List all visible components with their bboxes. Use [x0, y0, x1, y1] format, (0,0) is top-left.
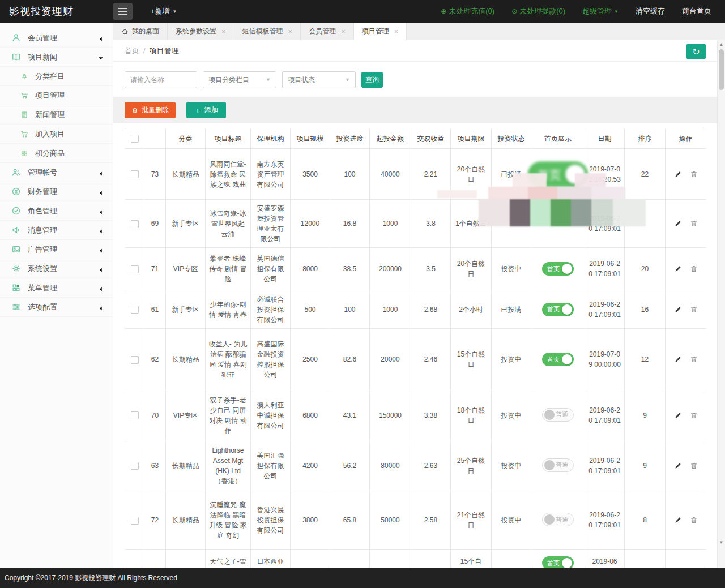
trash-icon	[690, 306, 698, 314]
min-invest-cell: 50000	[370, 491, 411, 550]
sidebar-item-加入项目[interactable]: 加入项目	[0, 125, 113, 144]
delete-button[interactable]	[690, 220, 698, 228]
edit-button[interactable]	[674, 170, 682, 178]
edit-button[interactable]	[674, 220, 682, 228]
row-checkbox[interactable]	[131, 462, 139, 470]
pending-withdraw-link[interactable]: ⊙ 未处理提款(0)	[511, 6, 565, 16]
status-select[interactable]: 项目状态 ▼	[282, 71, 356, 88]
search-button[interactable]: 查询	[361, 72, 383, 88]
sidebar-item-项目管理[interactable]: 项目管理	[0, 86, 113, 105]
home-display-cell: 普通	[531, 440, 585, 491]
edit-button[interactable]	[674, 355, 682, 363]
delete-button[interactable]	[690, 355, 698, 363]
add-button[interactable]: + 添加	[186, 102, 226, 118]
new-dropdown[interactable]: +新增 ▼	[151, 6, 177, 16]
scale-cell: 500	[291, 290, 330, 329]
row-checkbox[interactable]	[131, 170, 139, 178]
category-cell	[166, 550, 206, 568]
home-toggle[interactable]: 普通	[542, 458, 574, 472]
home-toggle[interactable]: 首页	[542, 262, 574, 276]
scale-cell: 3800	[291, 491, 330, 550]
close-icon[interactable]: ×	[221, 28, 226, 35]
sidebar-item-系统设置[interactable]: 系统设置	[0, 259, 113, 278]
name-input[interactable]	[125, 71, 197, 88]
scrollbar-thumb[interactable]	[719, 49, 724, 90]
row-id: 61	[144, 290, 166, 329]
row-checkbox[interactable]	[131, 411, 139, 419]
ops-cell	[666, 248, 706, 290]
clear-cache-link[interactable]: 清空缓存	[636, 6, 665, 16]
edit-button[interactable]	[674, 265, 682, 273]
delete-button[interactable]	[690, 170, 698, 178]
home-toggle[interactable]: 首页	[528, 161, 588, 187]
checkbox-cell	[125, 149, 144, 200]
chevron-left-icon	[98, 228, 104, 233]
tab-系统参数设置[interactable]: 系统参数设置×	[168, 23, 234, 40]
delete-button[interactable]	[690, 462, 698, 470]
tab-我的桌面[interactable]: 我的桌面	[113, 23, 168, 40]
sidebar-item-菜单管理[interactable]: 菜单管理	[0, 278, 113, 298]
row-checkbox[interactable]	[131, 306, 139, 314]
batch-delete-label: 批量删除	[142, 105, 169, 115]
breadcrumb-home[interactable]: 首页	[125, 46, 139, 56]
edit-button[interactable]	[674, 411, 682, 419]
date-cell: 2019-07-02 16:20:53	[585, 149, 625, 200]
row-checkbox[interactable]	[131, 265, 139, 273]
refresh-button[interactable]: ↻	[686, 44, 706, 59]
progress-cell: 65.8	[330, 491, 370, 550]
close-icon[interactable]: ×	[341, 28, 346, 35]
delete-button[interactable]	[690, 411, 698, 419]
sidebar-item-分类栏目[interactable]: 分类栏目	[0, 67, 113, 86]
tab-项目管理[interactable]: 项目管理×	[354, 23, 407, 40]
home-toggle[interactable]: 普通	[542, 408, 574, 422]
home-toggle[interactable]: 普通	[542, 513, 574, 526]
scroll-up-arrow-icon[interactable]: ▲	[718, 42, 725, 47]
tab-会员管理[interactable]: 会员管理×	[301, 23, 354, 40]
sidebar-item-消息管理[interactable]: 消息管理	[0, 221, 113, 240]
sidebar-item-label: 管理帐号	[28, 168, 57, 178]
edit-button[interactable]	[674, 516, 682, 524]
edit-button[interactable]	[674, 462, 682, 470]
close-icon[interactable]: ×	[288, 28, 293, 35]
row-checkbox[interactable]	[131, 517, 139, 525]
row-checkbox[interactable]	[131, 220, 139, 228]
home-toggle[interactable]: 首页	[542, 353, 574, 366]
hamburger-button[interactable]	[113, 3, 133, 20]
delete-button[interactable]	[690, 306, 698, 314]
front-home-link[interactable]: 前台首页	[682, 6, 711, 16]
home-toggle[interactable]: 首页	[542, 556, 574, 568]
sidebar-item-会员管理[interactable]: 会员管理	[0, 28, 113, 48]
sidebar-item-项目新闻[interactable]: 项目新闻	[0, 48, 113, 67]
sidebar-item-角色管理[interactable]: 角色管理	[0, 201, 113, 221]
pending-recharge-link[interactable]: ⊕ 未处理充值(0)	[441, 6, 494, 16]
tab-短信模板管理[interactable]: 短信模板管理×	[234, 23, 301, 40]
row-actions	[668, 306, 703, 314]
row-checkbox[interactable]	[131, 356, 139, 364]
sidebar-item-选项配置[interactable]: 选项配置	[0, 298, 113, 317]
project-table: 分类项目标题保理机构项目规模投资进度起投金额交易收益项目期限投资状态首页展示日期…	[125, 128, 706, 568]
admin-dropdown[interactable]: 超级管理 ▼	[582, 6, 619, 16]
delete-button[interactable]	[690, 516, 698, 524]
home-toggle[interactable]: 首页	[542, 303, 574, 316]
chevron-down-icon: ▼	[266, 77, 271, 83]
category-cell: 长期精品	[166, 329, 206, 390]
grid-icon	[20, 149, 28, 157]
sidebar-item-新闻管理[interactable]: 新闻管理	[0, 105, 113, 125]
select-all-checkbox[interactable]	[131, 135, 139, 143]
sidebar-item-积分商品[interactable]: 积分商品	[0, 144, 113, 163]
sidebar-item-管理帐号[interactable]: 管理帐号	[0, 163, 113, 182]
vertical-scrollbar[interactable]: ▲ ▼	[717, 40, 725, 568]
edit-button[interactable]	[674, 306, 682, 314]
close-icon[interactable]: ×	[394, 28, 399, 35]
delete-button[interactable]	[690, 265, 698, 273]
batch-delete-button[interactable]: 批量删除	[125, 102, 176, 118]
title-cell: 收益人- 为儿治病 酝酿骗局 爱情 喜剧 犯罪	[206, 329, 251, 390]
grid-dot-icon	[11, 283, 21, 293]
sidebar-item-广告管理[interactable]: 广告管理	[0, 240, 113, 259]
category-select[interactable]: 项目分类栏目 ▼	[203, 71, 276, 88]
scroll-down-arrow-icon[interactable]: ▼	[718, 540, 725, 545]
period-cell: 15个自然日	[451, 329, 492, 390]
progress-cell: 56.2	[330, 440, 370, 491]
status-cell: 投资中	[492, 329, 531, 390]
sidebar-item-财务管理[interactable]: 财务管理	[0, 182, 113, 201]
